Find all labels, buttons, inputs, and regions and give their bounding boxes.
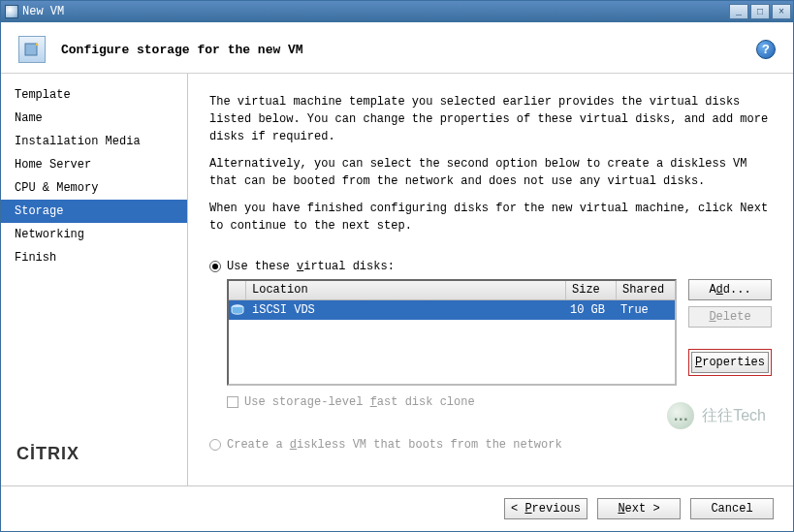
- radio-diskless: [209, 439, 221, 451]
- sidebar-item-template[interactable]: Template: [1, 83, 187, 107]
- sidebar-item-home-server[interactable]: Home Server: [1, 153, 187, 176]
- disk-icon: [229, 304, 246, 316]
- wizard-sidebar: Template Name Installation Media Home Se…: [1, 74, 188, 485]
- wizard-content: The virtual machine template you selecte…: [188, 74, 793, 485]
- sidebar-item-finish[interactable]: Finish: [1, 246, 187, 269]
- checkbox-fast-clone: [227, 396, 238, 408]
- virtual-disks-grid[interactable]: Location Size Shared iSCSI VDS 10 GB Tru…: [227, 279, 677, 386]
- window-title: New VM: [18, 5, 729, 18]
- option-diskless-label: Create a diskless VM that boots from the…: [227, 438, 562, 452]
- option-fast-disk-clone: Use storage-level fast disk clone: [227, 395, 772, 409]
- intro-p3: When you have finished configuring disks…: [209, 200, 772, 235]
- delete-button: Delete: [688, 306, 772, 328]
- close-button[interactable]: ×: [772, 4, 791, 19]
- page-header: Configure storage for the new VM ?: [1, 22, 793, 74]
- citrix-logo: CİTRIX: [16, 444, 79, 463]
- sidebar-item-cpu-memory[interactable]: CPU & Memory: [1, 176, 187, 200]
- grid-header-location[interactable]: Location: [246, 281, 566, 299]
- next-button[interactable]: Next >: [597, 498, 681, 519]
- window-frame: New VM _ □ × Configure storage for the n…: [0, 0, 794, 532]
- intro-p2: Alternatively, you can select the second…: [209, 155, 772, 190]
- row-location: iSCSI VDS: [246, 303, 566, 317]
- fast-clone-label: Use storage-level fast disk clone: [244, 395, 475, 409]
- titlebar[interactable]: New VM _ □ ×: [1, 1, 793, 22]
- add-button[interactable]: Add...: [688, 279, 772, 300]
- minimize-button[interactable]: _: [729, 4, 748, 19]
- option-use-virtual-disks[interactable]: Use these virtual disks:: [209, 260, 772, 273]
- properties-button[interactable]: Properties: [691, 352, 769, 373]
- sidebar-item-name[interactable]: Name: [1, 107, 187, 130]
- grid-header-icon-col[interactable]: [229, 281, 246, 299]
- sidebar-item-storage[interactable]: Storage: [1, 200, 187, 223]
- grid-header-shared[interactable]: Shared: [617, 281, 675, 299]
- properties-highlight-box: Properties: [688, 349, 772, 376]
- wizard-footer: < Previous Next > Cancel: [1, 485, 793, 531]
- grid-header: Location Size Shared: [229, 281, 675, 300]
- option-use-disks-label: Use these virtual disks:: [227, 260, 395, 273]
- app-icon: [5, 5, 18, 18]
- sidebar-item-installation-media[interactable]: Installation Media: [1, 130, 187, 153]
- sidebar-item-networking[interactable]: Networking: [1, 223, 187, 246]
- wizard-icon: [18, 36, 46, 63]
- maximize-button[interactable]: □: [750, 4, 770, 19]
- option-diskless-vm: Create a diskless VM that boots from the…: [209, 438, 772, 452]
- help-icon[interactable]: ?: [756, 40, 776, 59]
- row-shared: True: [617, 303, 675, 317]
- cancel-button[interactable]: Cancel: [690, 498, 774, 519]
- svg-rect-0: [25, 44, 37, 55]
- radio-use-disks[interactable]: [209, 261, 221, 272]
- page-title: Configure storage for the new VM: [61, 43, 303, 57]
- table-row[interactable]: iSCSI VDS 10 GB True: [229, 300, 675, 320]
- brand-area: CİTRIX: [1, 444, 187, 485]
- intro-p1: The virtual machine template you selecte…: [209, 93, 772, 145]
- previous-button[interactable]: < Previous: [504, 498, 588, 519]
- row-size: 10 GB: [566, 303, 617, 317]
- grid-header-size[interactable]: Size: [566, 281, 617, 299]
- intro-text: The virtual machine template you selecte…: [209, 93, 772, 244]
